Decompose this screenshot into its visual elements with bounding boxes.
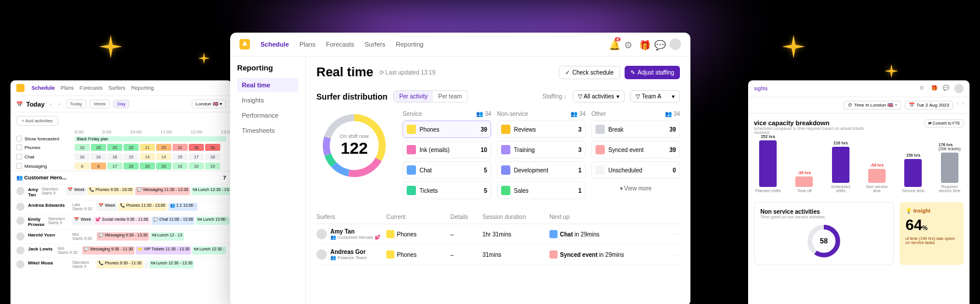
checkbox[interactable] <box>16 163 22 169</box>
activity-item[interactable]: Chat5 <box>403 161 491 179</box>
activity-item[interactable]: Unscheduled0 <box>591 161 680 179</box>
activity-item[interactable]: Sales1 <box>497 182 586 199</box>
activity-item[interactable]: Training3 <box>497 141 586 158</box>
convert-fte-button[interactable]: ⇄ Convert to FTE <box>925 119 964 128</box>
nav-schedule[interactable]: Schedule <box>31 85 55 91</box>
activity-value: 39 <box>481 126 487 133</box>
location-select[interactable]: London 🇬🇧 ▾ <box>192 100 226 108</box>
shift-block[interactable]: 👥 1:1 13:00 - <box>168 203 198 211</box>
chat-icon[interactable]: 💬 <box>943 85 950 92</box>
shift-block[interactable]: 🍽 Lunch 12:30 - 13:30 <box>191 187 232 195</box>
activity-icon <box>549 230 558 238</box>
shift-block[interactable]: 🍽 Lunch 12:30 - 13:30 <box>149 260 194 268</box>
sidebar-item-timesheets[interactable]: Timesheets <box>237 123 298 137</box>
gear-icon[interactable]: ⚙ <box>624 40 633 49</box>
nav-forecasts[interactable]: Forecasts <box>326 41 354 48</box>
shift-block[interactable]: 🍽 Lunch 13:00 - <box>196 217 230 225</box>
shift-block[interactable]: 📞 Phones 11:30 - 13:00 <box>118 203 167 211</box>
team-section-header[interactable]: 👥 Customer Hero... 7 <box>10 171 232 184</box>
activities-filter[interactable]: ▽ All activities▾ <box>573 90 625 102</box>
shift-block[interactable]: ⭐ VIP Tickets 11:30 - 13:30 <box>136 246 191 254</box>
sidebar-item-performance[interactable]: Performance <box>237 108 298 122</box>
shift-block[interactable]: 💬 Messaging 11:30 - 12:30 <box>135 187 190 195</box>
nav-reporting[interactable]: Reporting <box>396 41 424 48</box>
gift-icon[interactable]: 🎁 <box>639 40 648 49</box>
avatar[interactable] <box>954 84 964 93</box>
sidebar-item-realtime[interactable]: Real time <box>237 78 298 92</box>
next-icon[interactable]: › <box>962 101 964 109</box>
shift-block[interactable]: 🍽 Lunch 12 - 13 <box>150 232 184 241</box>
surfer-role: 👥 Customer heroes 💕 <box>330 235 380 240</box>
bar-label: Non service time <box>863 185 891 193</box>
date-select[interactable]: 📅 Tue 2 Aug 2023 <box>905 101 953 109</box>
staffing-sort[interactable]: Staffing ↓ <box>542 93 567 100</box>
timezone-select[interactable]: ⏱ Time in London 🇬🇧 ▾ <box>844 101 901 109</box>
avatar[interactable] <box>669 38 681 50</box>
nav-insights[interactable]: sights <box>754 86 768 91</box>
nav-schedule[interactable]: Schedule <box>260 41 289 48</box>
logo-icon <box>16 84 24 92</box>
shift-block[interactable] <box>144 260 148 268</box>
shift-block[interactable]: 💕 Social media 9:30 - 11:00 <box>94 217 150 225</box>
bell-icon[interactable]: 🔔4 <box>609 40 618 49</box>
shift-block[interactable]: 💬 Chat 11:00 - 13:00 <box>151 217 195 225</box>
team-filter[interactable]: ▽ Team A▾ <box>630 90 680 102</box>
adjust-staffing-button[interactable]: ✎ Adjust staffing <box>625 66 680 79</box>
shift-block[interactable]: 📞 Phones 9:30 - 11:30 <box>97 260 143 268</box>
gear-icon[interactable]: ⚙ <box>919 85 926 92</box>
activity-item[interactable]: Tickets5 <box>403 182 491 199</box>
shift-block[interactable]: 💬 Messaging 9:30 - 11:30 <box>82 246 135 254</box>
nav: sights <box>754 86 768 91</box>
heatmap-cell: 17 <box>107 162 122 169</box>
shift-block[interactable]: 💬 Messaging 9:30 - 13:30 <box>97 232 149 241</box>
activity-label: Synced event <box>608 147 666 153</box>
view-more-button[interactable]: ▾ View more <box>591 182 680 195</box>
nav-forecasts[interactable]: Forecasts <box>80 85 103 91</box>
gift-icon[interactable]: 🎁 <box>931 85 938 92</box>
heatmap-cell: 14 <box>156 153 171 160</box>
heatmap-row: Chat161618151414151718 <box>10 152 232 161</box>
today-button[interactable]: Today <box>66 100 86 108</box>
check-schedule-button[interactable]: ✓ Check schedule <box>559 66 620 79</box>
activity-item[interactable]: Synced event39 <box>591 141 680 158</box>
activity-item[interactable]: Break39 <box>591 121 680 138</box>
shift-block[interactable]: 📅 Week <box>66 187 86 195</box>
nav-surfers[interactable]: Surfers <box>365 41 385 48</box>
shift-block[interactable]: 🍽 Lunch 12:30 - <box>192 246 226 254</box>
add-activities-button[interactable]: + Add activities <box>16 116 58 126</box>
activity-item[interactable]: Development1 <box>497 161 586 179</box>
heatmap-cell: 8 <box>91 162 106 169</box>
nav-plans[interactable]: Plans <box>61 85 74 91</box>
more-icon[interactable]: ⋯ <box>674 231 680 238</box>
day-button[interactable]: Day <box>113 100 129 108</box>
checkbox[interactable] <box>16 154 22 160</box>
next-icon[interactable]: › <box>57 101 62 107</box>
nav-reporting[interactable]: Reporting <box>131 85 154 91</box>
activity-item[interactable]: Phones39 <box>403 121 491 138</box>
heatmap-row: Messaging8817202020161619 <box>10 161 232 171</box>
activity-icon <box>595 145 605 154</box>
shift-block[interactable]: 📅 Week <box>97 203 117 211</box>
forecast-toggle-row: Show forecasted Black Friday plan <box>10 135 232 143</box>
activity-icon <box>407 186 416 195</box>
col-count: 👥 34 <box>476 111 491 117</box>
shift-block[interactable]: 📅 Week <box>72 217 93 225</box>
nav-plans[interactable]: Plans <box>299 41 316 48</box>
tab-per-activity[interactable]: Per activity <box>394 91 433 102</box>
chat-icon[interactable]: 💬 <box>654 40 664 49</box>
more-icon[interactable]: ⋯ <box>674 252 680 258</box>
activity-item[interactable]: Reviews3 <box>497 121 586 138</box>
heatmap-cell: 16 <box>75 144 90 151</box>
week-button[interactable]: Week <box>90 100 110 108</box>
checkbox[interactable] <box>16 144 22 150</box>
nav-surfers[interactable]: Surfers <box>108 85 125 91</box>
activity-item[interactable]: Ink (emails)10 <box>403 141 491 158</box>
prev-icon[interactable]: ‹ <box>957 101 958 109</box>
person-row: Andrea EdwardsLateStarts 9:30📅 Week📞 Pho… <box>10 200 232 214</box>
prev-icon[interactable]: ‹ <box>48 101 54 107</box>
checkbox[interactable] <box>16 136 22 142</box>
heatmap-cell: 8 <box>75 162 90 169</box>
shift-block[interactable]: 📞 Phones 9:30 - 10:30 <box>87 187 134 195</box>
tab-per-team[interactable]: Per team <box>433 91 467 102</box>
sidebar-item-insights[interactable]: Insights <box>237 93 298 107</box>
